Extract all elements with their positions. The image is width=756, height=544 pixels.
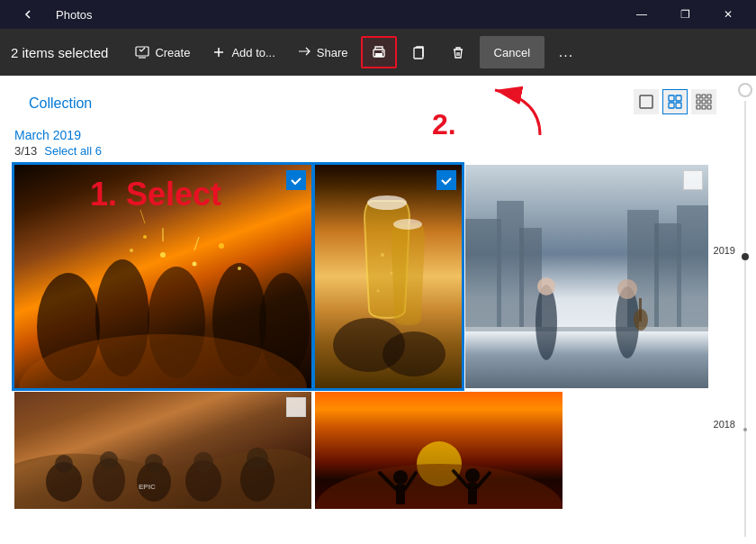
photo-3-checkbox[interactable] xyxy=(683,170,703,190)
create-button[interactable]: Create xyxy=(126,36,199,68)
photo-2-checkbox[interactable] xyxy=(436,170,456,190)
svg-point-25 xyxy=(143,235,147,239)
svg-rect-71 xyxy=(468,483,477,504)
select-all-link[interactable]: Select all 6 xyxy=(44,144,102,158)
photo-item-2[interactable] xyxy=(315,165,462,388)
timeline-track: 2019 2018 xyxy=(744,101,746,537)
photo-item-5[interactable] xyxy=(315,392,562,509)
svg-point-57 xyxy=(100,451,118,469)
photo-item-4[interactable]: EPIC xyxy=(14,392,311,509)
section-count-text: 3/13 xyxy=(14,144,37,158)
view-grid2-icon xyxy=(667,94,683,110)
photo-item-3[interactable] xyxy=(465,165,708,388)
svg-point-61 xyxy=(194,452,213,472)
svg-point-37 xyxy=(382,331,446,376)
add-to-button[interactable]: Add to... xyxy=(202,36,284,68)
timeline-label-2019: 2019 xyxy=(714,245,735,256)
svg-rect-17 xyxy=(702,105,706,109)
toolbar: 2 items selected Create Add to... Share xyxy=(0,29,756,76)
view-grid3-button[interactable] xyxy=(691,89,716,114)
delete-button[interactable] xyxy=(440,36,476,68)
view-single-icon xyxy=(638,94,654,110)
delete-icon xyxy=(449,43,467,61)
svg-rect-5 xyxy=(640,95,652,108)
cancel-button[interactable]: Cancel xyxy=(480,36,544,68)
more-button[interactable]: ... xyxy=(548,36,584,68)
photo-row-2: EPIC xyxy=(0,392,756,512)
svg-rect-0 xyxy=(136,47,148,56)
svg-point-63 xyxy=(247,448,268,469)
checkmark-icon-2 xyxy=(440,174,453,186)
svg-point-39 xyxy=(391,272,393,275)
collection-breadcrumb[interactable]: Collection xyxy=(14,85,106,119)
svg-rect-7 xyxy=(676,95,681,101)
svg-point-51 xyxy=(617,279,637,299)
title-bar: Photos — ❐ ✕ xyxy=(0,0,756,29)
svg-point-49 xyxy=(537,277,555,295)
svg-line-32 xyxy=(194,237,199,250)
view-icon-group xyxy=(634,89,716,114)
svg-rect-2 xyxy=(375,53,382,57)
photo-3-svg xyxy=(465,165,708,388)
svg-rect-11 xyxy=(702,95,706,98)
svg-point-28 xyxy=(219,243,224,249)
view-single-button[interactable] xyxy=(634,89,659,114)
items-selected-label: 2 items selected xyxy=(11,45,108,60)
svg-rect-15 xyxy=(707,100,711,104)
svg-point-35 xyxy=(393,219,422,230)
photo-item-1[interactable] xyxy=(14,165,311,388)
print-icon xyxy=(370,43,388,61)
svg-rect-9 xyxy=(676,103,681,108)
photo-4-svg: EPIC xyxy=(14,392,311,509)
copy-icon xyxy=(410,43,428,61)
svg-rect-53 xyxy=(639,298,642,322)
timeline-top-circle[interactable] xyxy=(738,83,752,97)
svg-point-65 xyxy=(315,464,562,509)
section-count-row: 3/13 Select all 6 xyxy=(14,144,742,158)
svg-rect-47 xyxy=(465,327,708,331)
minimize-button[interactable]: — xyxy=(621,0,662,29)
svg-rect-67 xyxy=(396,485,405,504)
svg-point-34 xyxy=(367,195,407,210)
back-button[interactable] xyxy=(7,0,49,29)
svg-rect-41 xyxy=(465,219,501,327)
svg-line-31 xyxy=(140,210,145,223)
checkmark-icon-1 xyxy=(290,174,302,186)
close-button[interactable]: ✕ xyxy=(707,0,749,29)
share-button[interactable]: Share xyxy=(288,36,357,68)
svg-rect-46 xyxy=(677,205,708,327)
svg-point-66 xyxy=(393,470,408,485)
svg-point-26 xyxy=(193,262,197,267)
title-bar-controls: — ❐ ✕ xyxy=(621,0,749,29)
svg-point-29 xyxy=(238,267,241,270)
view-grid2-button[interactable] xyxy=(662,89,688,114)
timeline-label-2018: 2018 xyxy=(714,419,735,430)
svg-point-40 xyxy=(377,290,380,293)
svg-point-48 xyxy=(536,285,557,360)
copy-button[interactable] xyxy=(400,36,436,68)
section-header: March 2019 3/13 Select all 6 xyxy=(0,124,756,161)
svg-point-55 xyxy=(55,455,73,473)
print-button[interactable] xyxy=(361,36,397,68)
svg-rect-16 xyxy=(697,105,700,109)
create-icon xyxy=(135,45,149,59)
photo-5-svg xyxy=(315,392,562,509)
svg-point-59 xyxy=(145,454,163,472)
share-icon xyxy=(297,45,311,59)
timeline-dot-2018 xyxy=(743,428,747,431)
svg-rect-8 xyxy=(669,103,674,108)
app-title: Photos xyxy=(56,8,92,22)
svg-point-38 xyxy=(381,253,384,257)
svg-rect-6 xyxy=(669,95,674,101)
svg-rect-14 xyxy=(702,100,706,104)
svg-point-27 xyxy=(130,249,133,252)
svg-point-70 xyxy=(465,468,480,483)
svg-rect-18 xyxy=(707,105,711,109)
restore-button[interactable]: ❐ xyxy=(664,0,706,29)
photo-2-svg xyxy=(315,165,462,388)
timeline-dot-2019 xyxy=(742,253,749,260)
title-bar-left: Photos xyxy=(7,0,92,29)
photo-4-checkbox[interactable] xyxy=(286,397,306,417)
view-grid3-icon xyxy=(696,94,712,110)
photo-1-checkbox[interactable] xyxy=(286,170,306,190)
